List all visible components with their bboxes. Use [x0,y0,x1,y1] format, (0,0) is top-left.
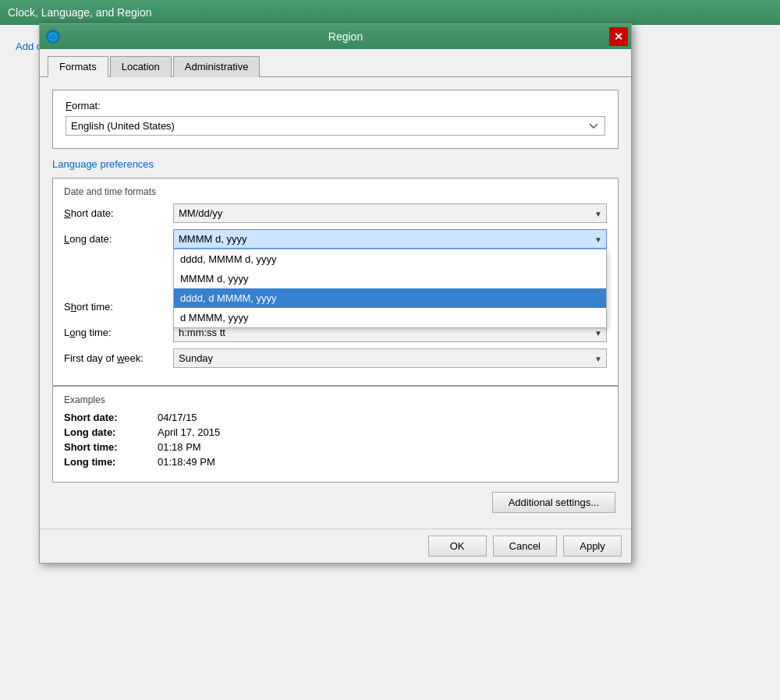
short-time-label: Short time: [64,301,173,313]
example-short-date-value: 04/17/15 [158,412,197,423]
first-day-select-wrap: Sunday Monday Tuesday Wednesday Thursday… [173,348,607,368]
apply-button[interactable]: Apply [563,536,622,557]
dialog-icon: 🌐 [46,30,60,44]
example-short-date-label: Short date: [64,412,158,423]
additional-btn-row: Additional settings... [52,492,619,513]
dialog-body: Format: English (United States) English … [40,77,631,529]
first-day-label: First day of week: [64,352,173,364]
example-long-time-row: Long time: 01:18:49 PM [64,456,607,468]
example-long-date-row: Long date: April 17, 2015 [64,426,607,438]
example-short-date-row: Short date: 04/17/15 [64,412,607,423]
format-select[interactable]: English (United States) English (United … [66,116,605,136]
tab-administrative[interactable]: Administrative [173,56,261,77]
long-time-label: Long time: [64,327,173,338]
long-date-select-wrap: MMMM d, yyyy ▼ [173,229,607,249]
dialog-title: Region [66,30,625,43]
long-date-dropdown: dddd, MMMM d, yyyy MMMM d, yyyy dddd, d … [173,249,607,328]
first-day-select[interactable]: Sunday Monday Tuesday Wednesday Thursday… [173,348,607,368]
datetime-section-legend: Date and time formats [64,186,607,197]
tab-location[interactable]: Location [110,56,172,77]
example-short-time-value: 01:18 PM [158,441,201,453]
examples-legend: Examples [64,394,607,405]
format-section: Format: English (United States) English … [52,90,619,149]
tabs-row: Formats Location Administrative [40,49,631,77]
long-date-arrow: ▼ [594,235,602,243]
example-long-time-label: Long time: [64,456,158,468]
short-date-select[interactable]: MM/dd/yy M/d/yyyy MM/dd/yyyy yyyy-MM-dd [173,203,607,223]
long-date-label: Long date: [64,233,173,245]
example-long-date-value: April 17, 2015 [158,426,220,438]
dialog-title-bar: 🌐 Region ✕ [40,24,631,49]
additional-settings-button[interactable]: Additional settings... [492,492,615,513]
dropdown-item-2[interactable]: dddd, d MMMM, yyyy [174,288,606,308]
format-label: Format: [66,100,605,111]
long-date-row: Long date: MMMM d, yyyy ▼ [64,229,607,249]
language-pref-link[interactable]: Language preferences [52,158,619,170]
example-short-time-row: Short time: 01:18 PM [64,441,607,453]
dialog-footer: OK Cancel Apply [40,529,631,563]
dropdown-item-3[interactable]: d MMMM, yyyy [174,308,606,327]
region-dialog: 🌐 Region ✕ Formats Location Administrati… [39,23,632,564]
background-title: Clock, Language, and Region [8,6,151,19]
close-button[interactable]: ✕ [609,27,628,46]
tab-formats[interactable]: Formats [48,56,108,77]
example-long-time-value: 01:18:49 PM [158,456,215,468]
first-day-row: First day of week: Sunday Monday Tuesday… [64,348,607,368]
dropdown-item-0[interactable]: dddd, MMMM d, yyyy [174,249,606,269]
examples-section: Examples Short date: 04/17/15 Long date:… [52,386,619,483]
ok-button[interactable]: OK [428,536,487,557]
long-date-display[interactable]: MMMM d, yyyy ▼ [173,229,607,249]
short-date-select-wrap: MM/dd/yy M/d/yyyy MM/dd/yyyy yyyy-MM-dd … [173,203,607,223]
long-date-value: MMMM d, yyyy [179,233,246,245]
short-date-row: Short date: MM/dd/yy M/d/yyyy MM/dd/yyyy… [64,203,607,223]
dropdown-item-1[interactable]: MMMM d, yyyy [174,269,606,288]
format-select-wrap: English (United States) English (United … [66,116,605,136]
example-long-date-label: Long date: [64,426,158,438]
datetime-section: Date and time formats Short date: MM/dd/… [52,178,619,386]
long-date-container: Long date: MMMM d, yyyy ▼ dddd, MMMM d, … [64,229,607,249]
example-short-time-label: Short time: [64,441,158,453]
short-date-label: Short date: [64,207,173,219]
cancel-button[interactable]: Cancel [493,536,557,557]
background-title-bar: Clock, Language, and Region [0,0,780,25]
